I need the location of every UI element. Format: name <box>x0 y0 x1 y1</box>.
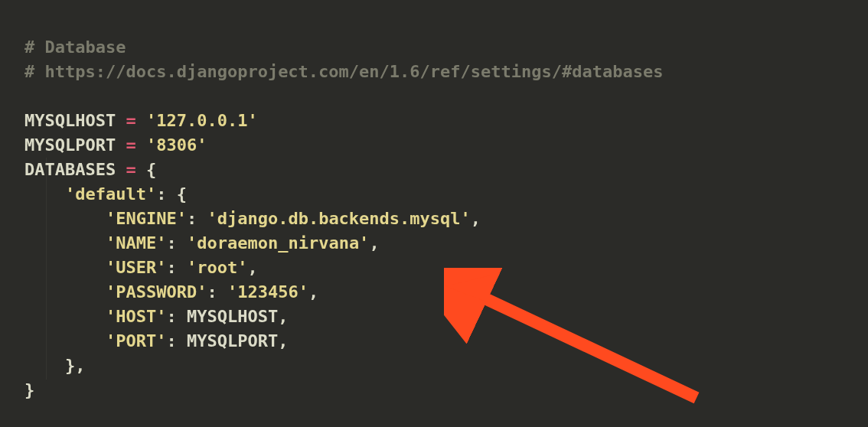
brace: { <box>146 160 156 179</box>
comma: , <box>308 282 318 302</box>
comma: , <box>471 209 481 228</box>
comma: , <box>278 307 288 326</box>
identifier: DATABASES <box>24 160 116 179</box>
indent-guide <box>46 158 47 380</box>
comment-line: # https://docs.djangoproject.com/en/1.6/… <box>24 62 663 81</box>
brace: } <box>24 380 34 399</box>
identifier: MYSQLPORT <box>187 331 278 350</box>
brace: } <box>65 356 75 375</box>
string-literal: 'django.db.backends.mysql' <box>207 209 470 228</box>
string-literal: '8306' <box>146 135 207 155</box>
comma: , <box>247 258 257 277</box>
dict-key: 'ENGINE' <box>106 209 187 228</box>
dict-key: 'USER' <box>106 258 166 277</box>
comment-line: # Database <box>24 37 126 57</box>
colon: : <box>166 307 176 326</box>
string-literal: 'root' <box>187 258 247 277</box>
identifier: MYSQLHOST <box>187 307 278 326</box>
string-literal: '123456' <box>227 282 308 302</box>
identifier: MYSQLHOST <box>24 111 116 130</box>
dict-key: 'HOST' <box>106 307 166 326</box>
operator: = <box>126 135 135 155</box>
comma: , <box>278 331 288 350</box>
operator: = <box>126 160 135 179</box>
brace: { <box>177 184 187 204</box>
dict-key: 'NAME' <box>106 233 166 253</box>
code-editor[interactable]: # Database # https://docs.djangoproject.… <box>0 0 868 403</box>
colon: : <box>166 258 176 277</box>
identifier: MYSQLPORT <box>24 135 116 155</box>
string-literal: '127.0.0.1' <box>146 111 258 130</box>
string-literal: 'doraemon_nirvana' <box>187 233 369 253</box>
comma: , <box>369 233 379 253</box>
colon: : <box>207 282 217 302</box>
dict-key: 'PORT' <box>106 331 166 350</box>
comma: , <box>75 356 85 375</box>
operator: = <box>126 111 135 130</box>
colon: : <box>166 331 176 350</box>
dict-key: 'default' <box>65 184 156 204</box>
colon: : <box>187 209 197 228</box>
dict-key: 'PASSWORD' <box>106 282 207 302</box>
colon: : <box>166 233 176 253</box>
colon: : <box>156 184 166 204</box>
